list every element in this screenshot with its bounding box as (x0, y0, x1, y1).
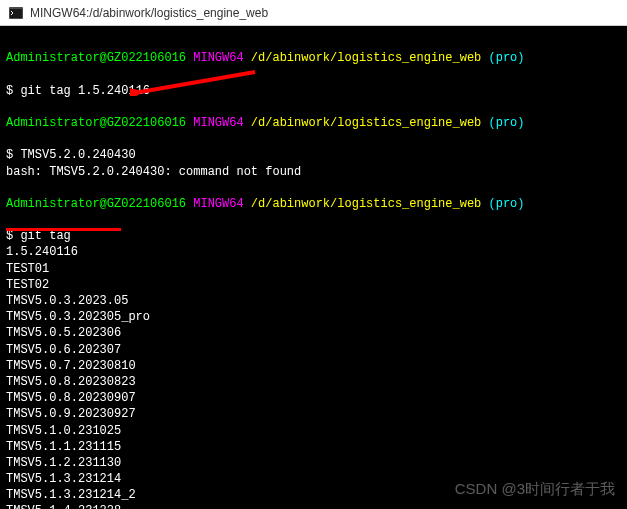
tag-output: TMSV5.0.9.20230927 (6, 407, 136, 421)
branch-label: (pro) (489, 51, 525, 65)
path-label: /d/abinwork/logistics_engine_web (251, 197, 481, 211)
prompt-symbol: $ (6, 148, 13, 162)
path-label: /d/abinwork/logistics_engine_web (251, 116, 481, 130)
svg-line-3 (140, 72, 255, 92)
watermark: CSDN @3时间行者于我 (455, 479, 615, 499)
command-1: git tag 1.5.240116 (20, 84, 150, 98)
tag-output: TMSV5.0.8.20230907 (6, 391, 136, 405)
tag-output: TMSV5.1.2.231130 (6, 456, 121, 470)
mingw-label: MINGW64 (193, 51, 243, 65)
tag-output: TEST01 (6, 262, 49, 276)
branch-label: (pro) (489, 116, 525, 130)
user-host: Administrator@GZ022106016 (6, 197, 186, 211)
tag-output: TMSV5.1.3.231214 (6, 472, 121, 486)
tag-output: TMSV5.0.3.2023.05 (6, 294, 128, 308)
tag-output: TMSV5.1.1.231115 (6, 440, 121, 454)
user-host: Administrator@GZ022106016 (6, 51, 186, 65)
terminal-icon (8, 5, 24, 21)
mingw-label: MINGW64 (193, 197, 243, 211)
prompt-line: Administrator@GZ022106016 MINGW64 /d/abi… (6, 196, 621, 212)
tag-output: TMSV5.0.5.202306 (6, 326, 121, 340)
tag-output: TMSV5.0.6.202307 (6, 343, 121, 357)
error-output: bash: TMSV5.2.0.240430: command not foun… (6, 165, 301, 179)
tag-output: TMSV5.1.4.231228 (6, 504, 121, 509)
tag-output: TMSV5.1.3.231214_2 (6, 488, 136, 502)
tag-output: TMSV5.0.7.20230810 (6, 359, 136, 373)
title-bar: MINGW64:/d/abinwork/logistics_engine_web (0, 0, 627, 26)
prompt-line: Administrator@GZ022106016 MINGW64 /d/abi… (6, 115, 621, 131)
mingw-label: MINGW64 (193, 116, 243, 130)
user-host: Administrator@GZ022106016 (6, 116, 186, 130)
tag-output: TEST02 (6, 278, 49, 292)
tag-output: TMSV5.0.8.20230823 (6, 375, 136, 389)
command-2: TMSV5.2.0.240430 (20, 148, 135, 162)
path-label: /d/abinwork/logistics_engine_web (251, 51, 481, 65)
tag-output: TMSV5.0.3.202305_pro (6, 310, 150, 324)
command-3: git tag (20, 229, 70, 243)
prompt-symbol: $ (6, 229, 13, 243)
terminal-output[interactable]: Administrator@GZ022106016 MINGW64 /d/abi… (0, 26, 627, 509)
tag-output: 1.5.240116 (6, 245, 78, 259)
branch-label: (pro) (489, 197, 525, 211)
prompt-line: Administrator@GZ022106016 MINGW64 /d/abi… (6, 50, 621, 66)
window-title: MINGW64:/d/abinwork/logistics_engine_web (30, 6, 268, 20)
tag-output: TMSV5.1.0.231025 (6, 424, 121, 438)
prompt-symbol: $ (6, 84, 13, 98)
